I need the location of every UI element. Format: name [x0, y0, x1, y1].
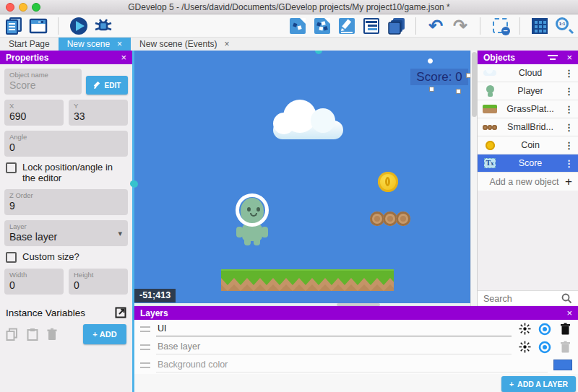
object-menu-icon[interactable]: ⋮ — [563, 68, 575, 79]
player-instance[interactable] — [230, 193, 275, 245]
object-row-player[interactable]: Player ⋮ — [478, 82, 578, 100]
plus-icon: + — [509, 380, 514, 388]
custom-size-checkbox[interactable]: Custom size? — [6, 251, 126, 263]
gdevelop-window: GDevelop 5 - /Users/david/Documents/GDev… — [0, 0, 578, 392]
drag-handle-icon[interactable] — [140, 344, 150, 350]
deselect-instances-icon[interactable]: – — [491, 17, 509, 35]
layer-visibility-icon[interactable] — [538, 323, 552, 336]
object-menu-icon[interactable]: ⋮ — [563, 140, 575, 151]
layer-visibility-icon[interactable] — [538, 341, 552, 354]
object-row-cloud[interactable]: Cloud ⋮ — [478, 64, 578, 82]
layer-name-input[interactable]: UI — [156, 322, 512, 336]
tab-new-scene[interactable]: New scene × — [59, 38, 131, 51]
drag-handle-icon[interactable] — [140, 326, 150, 332]
cloud-instance[interactable] — [273, 100, 343, 139]
close-layers-icon[interactable]: × — [566, 308, 572, 318]
events-editor-icon[interactable] — [362, 17, 381, 35]
drag-handle-icon[interactable] — [140, 362, 150, 368]
undo-icon[interactable]: ↶ — [426, 17, 445, 35]
width-field[interactable]: Width 0 — [4, 269, 64, 295]
play-preview-icon[interactable] — [69, 17, 87, 35]
filter-icon[interactable] — [548, 54, 558, 61]
splitter-knob-icon[interactable] — [134, 180, 138, 188]
coin-thumbnail — [482, 139, 498, 152]
layer-effects-icon[interactable] — [517, 323, 532, 335]
tab-start-page[interactable]: Start Page — [0, 38, 59, 51]
height-field[interactable]: Height 0 — [69, 269, 128, 295]
object-row-coin[interactable]: Coin ⋮ — [478, 136, 578, 154]
redo-icon[interactable]: ↷ — [451, 17, 470, 35]
cursor-coordinates-badge: -51;413 — [134, 289, 176, 302]
coin-instance[interactable] — [378, 172, 398, 192]
zoom-window-button[interactable] — [32, 3, 40, 12]
object-menu-icon[interactable]: ⋮ — [563, 104, 575, 115]
zoom-ratio-icon[interactable]: 1:1 — [555, 17, 574, 35]
search-icon — [561, 293, 572, 304]
layer-row-background-color[interactable]: Background color — [134, 356, 578, 374]
background-color-swatch[interactable] — [553, 360, 572, 370]
object-groups-icon[interactable] — [313, 17, 332, 35]
close-tab-icon[interactable]: × — [117, 39, 122, 49]
canvas-vertical-scrollbar[interactable] — [470, 51, 477, 306]
selection-handle[interactable] — [429, 87, 434, 92]
copy-icon[interactable] — [6, 328, 19, 341]
delete-icon[interactable] — [46, 328, 58, 341]
player-thumbnail — [482, 84, 498, 97]
x-position-field[interactable]: X 690 — [4, 100, 64, 126]
object-row-score[interactable]: Tx Score ⋮ — [478, 154, 578, 173]
titlebar: GDevelop 5 - /Users/david/Documents/GDev… — [0, 0, 578, 14]
z-order-field[interactable]: Z Order 9 — [4, 189, 128, 215]
layers-toolbar-icon[interactable] — [387, 17, 405, 35]
delete-layer-icon[interactable] — [558, 341, 572, 353]
objects-editor-icon[interactable] — [288, 17, 307, 35]
small-bridge-thumbnail — [482, 121, 498, 134]
grass-platform-instance[interactable] — [221, 269, 394, 291]
open-in-new-icon[interactable] — [115, 307, 126, 318]
selection-handle[interactable] — [456, 89, 461, 94]
layer-name[interactable]: Base layer — [156, 340, 512, 354]
tab-new-scene-events[interactable]: New scene (Events) × — [131, 38, 238, 51]
object-name-field[interactable]: Object name Score — [4, 69, 82, 95]
close-tab-icon[interactable]: × — [224, 39, 229, 49]
add-layer-button[interactable]: + ADD A LAYER — [501, 376, 576, 392]
object-menu-icon[interactable]: ⋮ — [563, 158, 575, 169]
start-page-icon[interactable] — [29, 17, 48, 35]
layer-row-ui[interactable]: UI — [134, 320, 578, 338]
window-title: GDevelop 5 - /Users/david/Documents/GDev… — [0, 2, 578, 12]
objects-panel: Objects × Cloud ⋮ Player ⋮ GrassPlat... … — [477, 51, 578, 306]
checkbox-icon[interactable] — [6, 252, 17, 263]
lock-position-checkbox[interactable]: Lock position/angle in the editor — [6, 162, 126, 183]
splitter-knob-icon[interactable] — [315, 51, 322, 54]
object-menu-icon[interactable]: ⋮ — [563, 86, 575, 97]
add-new-object-button[interactable]: Add a new object + — [478, 173, 578, 191]
project-manager-icon[interactable] — [4, 17, 23, 35]
minimize-window-button[interactable] — [19, 3, 27, 12]
grid-icon[interactable] — [530, 17, 549, 35]
object-row-grassplatform[interactable]: GrassPlat... ⋮ — [478, 100, 578, 118]
objects-search[interactable] — [478, 290, 578, 306]
object-menu-icon[interactable]: ⋮ — [563, 122, 575, 133]
close-window-button[interactable] — [6, 3, 14, 12]
layers-panel: Layers × UI Base layer — [134, 306, 578, 392]
object-row-smallbridge[interactable]: SmallBrid... ⋮ — [478, 118, 578, 136]
layer-effects-icon[interactable] — [517, 341, 532, 353]
debug-icon[interactable] — [93, 17, 112, 35]
layer-row-base[interactable]: Base layer — [134, 338, 578, 356]
paste-icon[interactable] — [26, 328, 39, 341]
add-variable-button[interactable]: + ADD — [83, 324, 126, 344]
delete-layer-icon[interactable] — [558, 323, 572, 335]
angle-field[interactable]: Angle 0 — [4, 131, 128, 157]
plus-icon: + — [565, 175, 572, 189]
checkbox-icon[interactable] — [6, 162, 17, 173]
small-bridge-instance[interactable] — [370, 211, 410, 227]
score-text-instance[interactable]: Score: 0 — [410, 69, 468, 85]
close-properties-icon[interactable]: × — [121, 52, 126, 63]
edit-object-button[interactable]: EDIT — [86, 76, 128, 95]
selection-handle[interactable] — [428, 58, 433, 64]
close-objects-icon[interactable]: × — [566, 52, 572, 63]
scene-properties-icon[interactable] — [337, 17, 356, 35]
layer-select[interactable]: Layer Base layer ▾ — [4, 220, 128, 246]
scene-canvas[interactable]: Score: 0 — [134, 51, 470, 303]
y-position-field[interactable]: Y 33 — [69, 100, 128, 126]
objects-search-input[interactable] — [483, 294, 557, 304]
